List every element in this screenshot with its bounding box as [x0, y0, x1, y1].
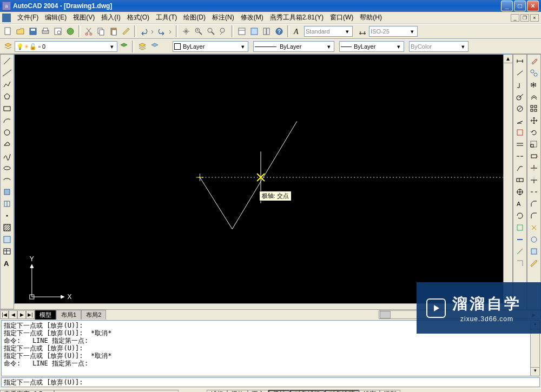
mirror-tool[interactable] [529, 79, 539, 90]
text-style-dropdown[interactable]: Standard▾ [304, 26, 353, 37]
layer-previous-button[interactable] [118, 41, 130, 52]
menu-tools[interactable]: 工具(T) [153, 12, 180, 23]
dim-angular-tool[interactable] [514, 115, 525, 126]
polyline-tool[interactable] [2, 79, 12, 90]
hatch-tool[interactable] [2, 222, 12, 233]
zoom-previous-button[interactable] [217, 25, 229, 37]
point-tool[interactable] [2, 210, 12, 221]
mdi-restore[interactable]: ❐ [520, 14, 529, 22]
drawing-canvas[interactable]: X Y 极轴: 交点 ▴ ▾ [14, 54, 513, 304]
redo-button[interactable] [156, 25, 174, 37]
close-button[interactable]: × [527, 1, 539, 11]
command-input-row[interactable]: 指定下一点或 [放弃(U)]: [1, 377, 540, 387]
toggle-grid[interactable]: 栅格 [227, 390, 248, 393]
menu-format[interactable]: 格式(O) [124, 12, 153, 23]
trim-tool[interactable] [529, 163, 539, 174]
toggle-snap[interactable]: 捕捉 [207, 390, 227, 393]
design-center-button[interactable] [248, 25, 260, 37]
maximize-button[interactable]: □ [514, 1, 526, 11]
dim-edit-tool[interactable]: A [514, 198, 525, 209]
insert-block-tool[interactable] [2, 187, 12, 197]
dim-linear-tool[interactable] [514, 56, 525, 67]
dim-quick-tool[interactable] [514, 127, 525, 138]
layers-icon-a[interactable] [136, 41, 148, 52]
tolerance-tool[interactable] [514, 175, 525, 185]
offset-tool[interactable] [529, 91, 539, 102]
stretch-tool[interactable] [529, 151, 539, 162]
modify-extra-2[interactable] [514, 234, 525, 245]
menu-help[interactable]: 帮助(H) [357, 12, 385, 23]
chamfer-tool[interactable] [529, 198, 539, 209]
dim-ordinate-tool[interactable] [514, 79, 525, 90]
plotstyle-dropdown[interactable]: ByColor▾ [409, 41, 469, 52]
erase-tool[interactable] [529, 56, 539, 67]
mdi-close[interactable]: × [530, 14, 539, 22]
arc-tool[interactable] [2, 115, 12, 126]
spline-tool[interactable] [2, 151, 12, 162]
text-style-icon[interactable]: A [292, 25, 304, 37]
dim-style-dropdown[interactable]: ISO-25▾ [369, 26, 418, 37]
extend-tool[interactable] [529, 175, 539, 185]
menu-dimension[interactable]: 标注(N) [209, 12, 237, 23]
dim-radius-tool[interactable] [514, 91, 525, 102]
break-tool[interactable] [529, 187, 539, 197]
modify-extra-4[interactable] [514, 258, 525, 269]
toggle-ortho[interactable]: 正交 [248, 390, 268, 393]
color-dropdown[interactable]: ByLayer▾ [173, 41, 248, 52]
canvas-vscrollbar[interactable]: ▴ ▾ [503, 55, 512, 303]
move-tool[interactable] [529, 115, 539, 126]
menu-yanxiu[interactable]: 燕秀工具箱2.81(Y) [267, 12, 327, 23]
table-tool[interactable] [2, 246, 12, 257]
copy-button[interactable] [95, 25, 107, 37]
tab-nav-first[interactable]: |◀ [0, 310, 9, 319]
mtext-tool[interactable]: A [2, 258, 12, 269]
ellipse-tool[interactable] [2, 163, 12, 174]
dim-diameter-tool[interactable] [514, 103, 525, 114]
linetype-dropdown[interactable]: ByLayer▾ [253, 41, 334, 52]
dim-baseline-tool[interactable] [514, 139, 525, 150]
toggle-lwt[interactable]: 线宽 [359, 390, 380, 393]
tab-nav-last[interactable]: ▶| [26, 310, 35, 319]
menu-window[interactable]: 窗口(W) [327, 12, 357, 23]
tab-layout1[interactable]: 布局1 [56, 310, 81, 320]
ellipse-arc-tool[interactable] [2, 175, 12, 185]
lineweight-dropdown[interactable]: ByLayer▾ [339, 41, 404, 52]
modify-extra-1[interactable] [514, 222, 525, 233]
toggle-osnap[interactable]: 对象捕捉 [290, 390, 325, 393]
line-tool[interactable] [2, 56, 12, 67]
tab-nav-prev[interactable]: ◀ [9, 310, 17, 319]
zoom-window-button[interactable] [205, 25, 217, 37]
dim-continue-tool[interactable] [514, 151, 525, 162]
match-properties-button[interactable] [120, 25, 132, 37]
cut-button[interactable] [83, 25, 95, 37]
array-tool[interactable] [529, 103, 539, 114]
qleader-tool[interactable] [514, 163, 525, 174]
revcloud-tool[interactable] [2, 139, 12, 150]
modify2-extra-2[interactable] [529, 246, 539, 257]
modify2-extra-1[interactable] [529, 234, 539, 245]
dim-update-tool[interactable] [514, 210, 525, 221]
layers-icon-b[interactable] [149, 41, 161, 52]
open-button[interactable] [15, 25, 27, 37]
explode-tool[interactable] [529, 222, 539, 233]
zoom-realtime-button[interactable]: + [193, 25, 204, 37]
modify-extra-3[interactable] [514, 246, 525, 257]
tab-model[interactable]: 模型 [35, 310, 56, 320]
menu-file[interactable]: 文件(F) [14, 12, 42, 23]
help-button[interactable]: ? [273, 25, 285, 37]
menu-edit[interactable]: 编辑(E) [42, 12, 70, 23]
menu-insert[interactable]: 插入(I) [98, 12, 123, 23]
fillet-tool[interactable] [529, 210, 539, 221]
region-tool[interactable] [2, 234, 12, 245]
copy-tool[interactable] [529, 68, 539, 78]
paste-button[interactable] [108, 25, 120, 37]
menu-modify[interactable]: 修改(M) [237, 12, 267, 23]
layer-dropdown[interactable]: 💡 ☀ 🔓 ▫ 0 ▾ [15, 41, 117, 52]
xline-tool[interactable] [2, 68, 12, 78]
make-block-tool[interactable] [2, 198, 12, 209]
toggle-polar[interactable]: 极轴 [268, 390, 290, 393]
plot-preview-button[interactable] [52, 25, 64, 37]
layer-manager-button[interactable] [2, 41, 14, 52]
dim-aligned-tool[interactable] [514, 68, 525, 78]
tab-nav-next[interactable]: ▶ [17, 310, 26, 319]
